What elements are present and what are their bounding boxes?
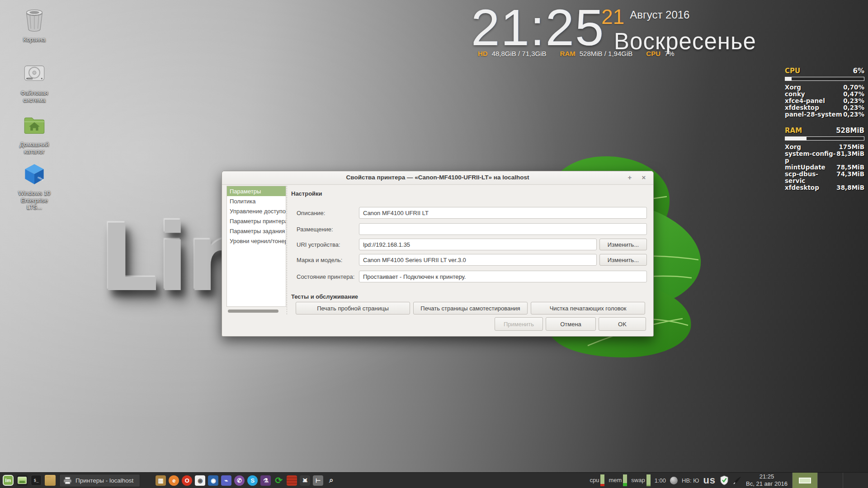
desktop-icon-filesystem[interactable]: Файловая система [13,62,56,103]
cpu-bar [600,474,604,486]
sidebar-item-job-options[interactable]: Параметры задания [227,226,286,236]
stat-ram-value: 528MiB / 1,94GiB [580,50,633,57]
stat-hd-value: 48,8GiB / 71,3GiB [492,50,547,57]
printer-icon [63,477,72,484]
opera-browser-icon[interactable]: O [182,475,192,486]
clock-day: 21 [601,6,624,27]
make-model-label: Марка и модель: [297,257,359,263]
measure-tool-icon[interactable]: ⊢ [313,475,323,486]
software-manager-icon[interactable]: e [169,475,179,486]
workspace-window-thumb [799,478,811,483]
conky-process-row: scp-dbus-servic74,3MiB [785,171,864,184]
settings-section-header: Настройки [291,190,322,197]
mem-monitor[interactable]: mem [609,474,627,486]
make-model-input[interactable] [359,254,597,266]
stat-ram-label: RAM [560,50,576,57]
close-button[interactable]: × [639,173,649,183]
desktop: Linu [0,0,868,488]
cpu-monitor[interactable]: cpu [590,474,604,486]
clean-print-heads-button[interactable]: Чистка печатающих головок [531,302,645,314]
show-desktop-button[interactable] [17,475,28,486]
conky-system-monitor: CPU6% Xorg0,70% conky0,47% xfce4-panel0,… [785,67,864,191]
print-test-page-button[interactable]: Печать пробной страницы [296,302,410,314]
desktop-icon-home[interactable]: Домашний каталог [13,114,56,155]
description-input[interactable] [359,207,647,219]
tray-indicator-text: НВ: Ю [682,477,699,484]
desktop-icon-label: Файловая система [13,89,56,103]
sidebar-item-access-control[interactable]: Управление доступом [227,206,286,216]
tray-clock[interactable]: 21:25 Вс, 21 авг 2016 [746,473,788,488]
dialog-sidebar: Параметры Политика Управление доступом П… [226,186,286,307]
terminal-launcher[interactable]: $_ [31,475,42,486]
sidebar-item-policy[interactable]: Политика [227,196,286,206]
desktop-icon-label: Корзина [13,36,56,43]
change-model-button[interactable]: Изменить... [599,254,647,266]
conky-process-row: xfdesktop0,23% [785,104,864,111]
clock-time: 21:25 [471,2,604,53]
maximize-button[interactable]: + [625,173,635,183]
clock-month-year: Август 2016 [630,9,689,21]
conky-cpu-total: 6% [853,67,864,75]
sidebar-item-parameters[interactable]: Параметры [227,186,286,196]
ok-button[interactable]: OK [599,317,646,331]
location-input[interactable] [359,223,647,235]
swap-bar [646,474,651,486]
apply-button: Применить [495,317,543,331]
workspace-2[interactable] [817,473,843,488]
tray-clock-date: Вс, 21 авг 2016 [746,480,788,488]
workspace-3[interactable] [843,473,868,488]
print-self-test-button[interactable]: Печать страницы самотестирования [413,302,528,314]
desktop-icon-label: Домашний каталог [13,141,56,155]
camera-app-icon[interactable]: ◉ [208,475,218,486]
uptime-text: 1:00 [655,477,666,484]
desktop-icon-trash[interactable]: Корзина [13,9,56,43]
viber-icon[interactable]: ✆ [234,475,245,486]
shield-check-icon[interactable] [720,475,729,485]
conky-cpu-bar [785,77,864,81]
conky-ram-label: RAM [785,127,802,135]
tests-section-header: Тесты и обслуживание [291,293,358,300]
keyboard-layout-indicator[interactable]: us [703,474,716,486]
conky-process-row: xfdesktop38,8MiB [785,184,864,191]
desktop-icon-vbox-vm[interactable]: vbox Windows 10 Enterprise LTS... [13,163,56,211]
dialog-title: Свойства принтера — «Canon-MF4100-UFRII-… [222,174,653,181]
printer-state-label: Состояние принтера: [297,273,359,280]
printer-properties-dialog: Свойства принтера — «Canon-MF4100-UFRII-… [222,171,654,337]
change-uri-button[interactable]: Изменить... [599,239,647,250]
file-manager-launcher[interactable] [45,475,56,486]
window-button-label: Принтеры - localhost [75,477,133,484]
mem-bar [623,474,627,486]
sidebar-item-printer-options[interactable]: Параметры принтера [227,216,286,226]
virtualbox-cube-icon: vbox [23,163,46,185]
search-tool-icon[interactable]: ⌕ [326,475,336,486]
conky-process-row: xfce4-panel0,23% [785,98,864,104]
sidebar-scrollbar[interactable] [228,310,278,313]
brush-icon[interactable] [733,476,742,485]
conky-process-row: panel-28-system0,23% [785,111,864,118]
skype-icon[interactable]: S [247,475,258,486]
package-manager-icon[interactable]: ▥ [156,475,166,486]
sync-app-icon[interactable]: ⟳ [274,475,284,486]
firewall-icon[interactable] [287,475,297,486]
robot-app-icon[interactable]: 👾︎ [300,475,310,486]
sidebar-item-ink-levels[interactable]: Уровни чернил/тонер [227,236,286,246]
device-uri-input[interactable] [359,239,597,250]
mint-logo-icon: lm [5,478,11,483]
dialog-titlebar[interactable]: Свойства принтера — «Canon-MF4100-UFRII-… [222,171,653,185]
tray-clock-time: 21:25 [746,473,788,480]
conky-ram-bar [785,136,864,141]
cancel-button[interactable]: Отмена [546,317,596,331]
mint-menu-button[interactable]: lm [3,475,14,486]
workspace-1[interactable] [792,473,817,488]
conky-process-row: conky0,47% [785,91,864,98]
purple-app-icon[interactable]: ⚗ [260,475,271,486]
conky-process-row: mintUpdate78,5MiB [785,164,864,171]
swap-monitor[interactable]: swap [631,474,650,486]
device-uri-label: URI устройства: [297,241,359,248]
screenshot-tool-icon[interactable]: ◉ [195,475,205,486]
taskbar: lm $_ Принтеры - localhost ▥ e O ◉ ◉ ⌁ ✆… [0,472,868,488]
cleaner-app-icon[interactable]: ⌁ [221,475,231,486]
tray-moon-icon[interactable] [670,477,678,484]
window-button-printers[interactable]: Принтеры - localhost [59,474,140,487]
conky-process-row: Xorg175MiB [785,144,864,150]
